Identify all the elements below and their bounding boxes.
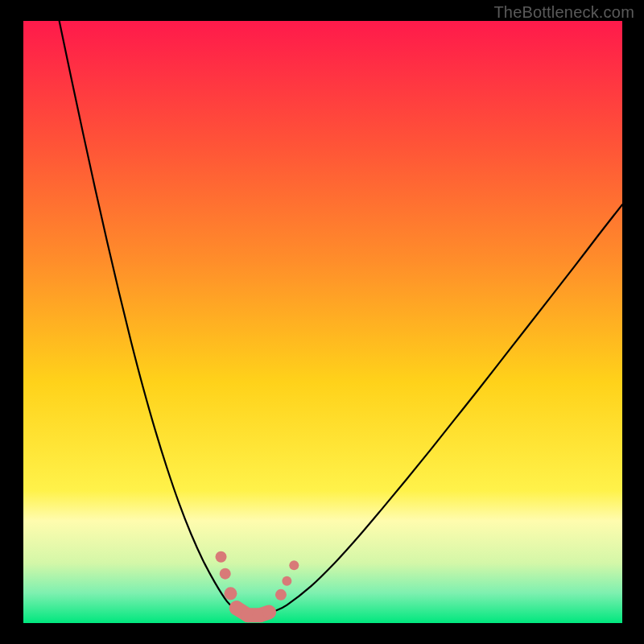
marker-point: [220, 568, 231, 580]
watermark-text: TheBottleneck.com: [493, 3, 634, 22]
chart-frame: TheBottleneck.com: [0, 0, 644, 644]
marker-point: [262, 606, 275, 619]
marker-point: [289, 560, 299, 570]
marker-point: [216, 551, 227, 563]
marker-point: [224, 587, 237, 600]
gradient-background: [23, 21, 622, 623]
plot-svg: [23, 21, 622, 623]
marker-point: [275, 589, 287, 601]
marker-point: [282, 576, 291, 586]
plot-area: [23, 21, 622, 623]
